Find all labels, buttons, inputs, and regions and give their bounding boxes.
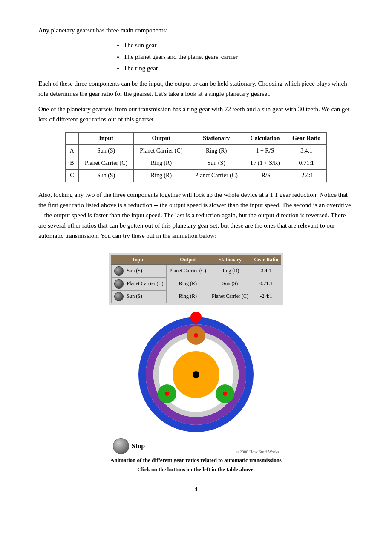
cell-output: Ring (R) bbox=[134, 157, 189, 169]
page-number: 4 bbox=[38, 486, 354, 493]
gear-table: Input Output Stationary Calculation Gear… bbox=[65, 132, 327, 182]
interactive-wrapper: InputOutputStationaryGear Ratio Sun (S)P… bbox=[109, 253, 283, 473]
cell-output: Ring (R) bbox=[134, 169, 189, 182]
bullet-item-1: The sun gear bbox=[124, 40, 354, 51]
row-label: C bbox=[65, 169, 78, 182]
cell-calc: 1 / (1 + S/R) bbox=[244, 157, 286, 169]
bullet-item-3: The ring gear bbox=[124, 63, 354, 74]
interactive-cell-stationary: Ring (R) bbox=[209, 264, 251, 277]
interactive-table-row: Sun (S)Planet Carrier (C)Ring (R)3.4:1 bbox=[111, 264, 281, 277]
indicator-ball bbox=[190, 312, 202, 323]
interactive-cell-ratio: -2.4:1 bbox=[251, 290, 281, 303]
interactive-col-header: Output bbox=[167, 255, 209, 264]
planet-dot-top bbox=[194, 333, 198, 338]
interactive-cell-stationary: Sun (S) bbox=[209, 277, 251, 290]
interactive-col-header: Input bbox=[111, 255, 167, 264]
interactive-table: InputOutputStationaryGear Ratio Sun (S)P… bbox=[111, 255, 281, 303]
intro-paragraph1: Any planetary gearset has three main com… bbox=[38, 26, 354, 35]
cell-input: Sun (S) bbox=[78, 169, 133, 182]
interactive-cell-stationary: Planet Carrier (C) bbox=[209, 290, 251, 303]
cell-calc: 1 + R/S bbox=[244, 144, 286, 157]
interactive-table-container: InputOutputStationaryGear Ratio Sun (S)P… bbox=[109, 253, 283, 306]
input-label: Planet Carrier (C) bbox=[127, 280, 164, 287]
cell-ratio: -2.4:1 bbox=[286, 169, 326, 182]
interactive-cell-output: Planet Carrier (C) bbox=[167, 264, 209, 277]
cell-calc: -R/S bbox=[244, 169, 286, 182]
interactive-col-header: Gear Ratio bbox=[251, 255, 281, 264]
cell-stationary: Ring (R) bbox=[189, 144, 244, 157]
interactive-cell-ratio: 3.4:1 bbox=[251, 264, 281, 277]
stop-area: Stop bbox=[113, 438, 145, 454]
bullet-list: The sun gear The planet gears and the pl… bbox=[124, 40, 354, 74]
interactive-cell-input[interactable]: Sun (S) bbox=[111, 265, 167, 277]
table-row: A Sun (S) Planet Carrier (C) Ring (R) 1 … bbox=[65, 144, 326, 157]
cell-stationary: Planet Carrier (C) bbox=[189, 169, 244, 182]
input-label: Sun (S) bbox=[127, 268, 142, 274]
input-label: Sun (S) bbox=[127, 293, 142, 300]
row-label: B bbox=[65, 157, 78, 169]
body-text: Also, locking any two of the three compo… bbox=[38, 190, 354, 241]
interactive-cell-ratio: 0.71:1 bbox=[251, 277, 281, 290]
cell-stationary: Sun (S) bbox=[189, 157, 244, 169]
table-row: C Sun (S) Ring (R) Planet Carrier (C) -R… bbox=[65, 169, 326, 182]
gear-diagram bbox=[109, 309, 283, 436]
col-header-input: Input bbox=[78, 132, 133, 144]
interactive-cell-output: Ring (R) bbox=[167, 290, 209, 303]
interactive-cell-input[interactable]: Planet Carrier (C) bbox=[111, 277, 167, 290]
col-header-calculation: Calculation bbox=[244, 132, 286, 144]
cell-input: Sun (S) bbox=[78, 144, 133, 157]
row-radio-button[interactable] bbox=[114, 292, 124, 301]
interactive-cell-output: Ring (R) bbox=[167, 277, 209, 290]
cell-output: Planet Carrier (C) bbox=[134, 144, 189, 157]
col-header-stationary: Stationary bbox=[189, 132, 244, 144]
planet-dot-br bbox=[223, 392, 227, 396]
row-radio-button[interactable] bbox=[114, 266, 124, 276]
gear-table-wrapper: Input Output Stationary Calculation Gear… bbox=[38, 132, 354, 182]
copyright-text: © 2000 How Stuff Works bbox=[235, 450, 279, 454]
stop-button-sphere[interactable] bbox=[113, 438, 129, 454]
cell-ratio: 0.71:1 bbox=[286, 157, 326, 169]
gear-svg bbox=[132, 311, 260, 434]
col-header-output: Output bbox=[134, 132, 189, 144]
interactive-col-header: Stationary bbox=[209, 255, 251, 264]
caption-line2: Click on the buttons on the left in the … bbox=[137, 466, 255, 473]
table-row: B Planet Carrier (C) Ring (R) Sun (S) 1 … bbox=[65, 157, 326, 169]
caption-line1: Animation of the different gear ratios r… bbox=[110, 457, 282, 464]
cell-input: Planet Carrier (C) bbox=[78, 157, 133, 169]
planet-dot-bl bbox=[165, 392, 169, 396]
paragraph2: Each of these three components can be th… bbox=[38, 78, 354, 99]
interactive-table-row: Sun (S)Ring (R)Planet Carrier (C)-2.4:1 bbox=[111, 290, 281, 303]
bullet-item-2: The planet gears and the planet gears' c… bbox=[124, 51, 354, 63]
sun-center bbox=[193, 371, 199, 378]
interactive-cell-input[interactable]: Sun (S) bbox=[111, 290, 167, 303]
stop-label[interactable]: Stop bbox=[132, 442, 145, 450]
cell-ratio: 3.4:1 bbox=[286, 144, 326, 157]
interactive-table-row: Planet Carrier (C)Ring (R)Sun (S)0.71:1 bbox=[111, 277, 281, 290]
row-label: A bbox=[65, 144, 78, 157]
row-radio-button[interactable] bbox=[114, 279, 124, 289]
paragraph3: One of the planetary gearsets from our t… bbox=[38, 104, 354, 124]
interactive-section: InputOutputStationaryGear Ratio Sun (S)P… bbox=[38, 253, 354, 473]
col-header-gear-ratio: Gear Ratio bbox=[286, 132, 326, 144]
col-header-blank bbox=[65, 132, 78, 144]
